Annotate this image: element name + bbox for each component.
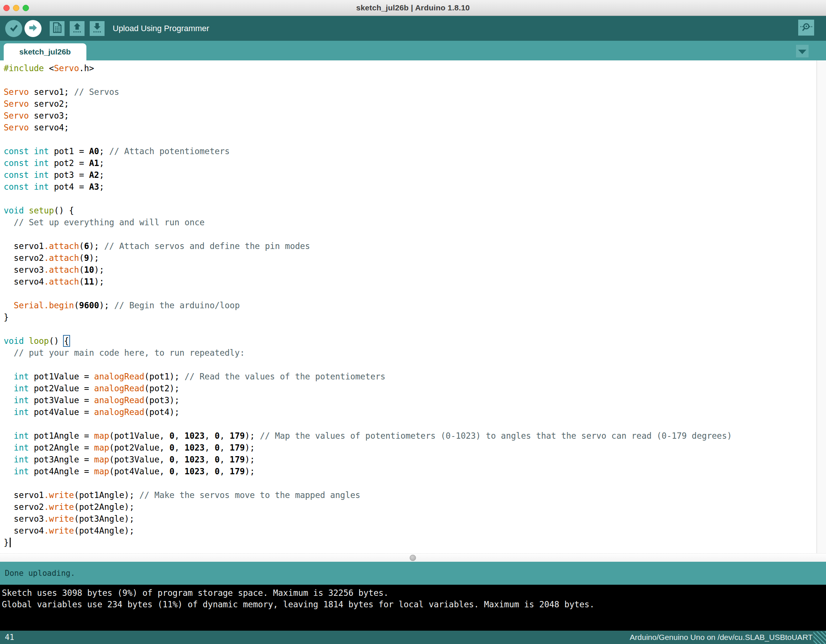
code-line: int pot4Value = analogRead(pot4); [4,406,826,418]
code-line: const int pot1 = A0; // Attach potentiom… [4,145,826,157]
verify-button[interactable] [5,20,22,37]
code-line: servo3.attach(10); [4,264,826,276]
new-sketch-button[interactable] [50,21,65,36]
code-line: } [4,537,826,548]
code-line: int pot2Value = analogRead(pot2); [4,382,826,394]
check-icon [8,22,20,35]
code-line [4,359,826,370]
code-line [4,74,826,86]
magnifier-icon [800,22,813,34]
minimize-button[interactable] [13,5,19,11]
tab-bar: sketch_jul26b [0,41,826,60]
code-line: servo1.attach(6); // Attach servos and d… [4,240,826,252]
arduino-ide-window: sketch_jul26b | Arduino 1.8.10 [0,0,826,644]
board-port-info: Arduino/Genuino Uno on /dev/cu.SLAB_USBt… [630,633,813,642]
code-line: // Set up everything and will run once [4,217,826,228]
code-line: // put your main code here, to run repea… [4,347,826,359]
close-button[interactable] [3,5,9,11]
toolbar-hint: Upload Using Programmer [113,24,209,33]
serial-monitor-button[interactable] [798,20,814,36]
arrow-up-icon [71,22,83,35]
vertical-scrollbar-track [817,60,826,553]
code-editor[interactable]: #include <Servo.h> Servo servo1; // Serv… [0,60,826,553]
code-line: int pot4Angle = map(pot4Value, 0, 1023, … [4,465,826,477]
line-number: 41 [5,633,14,642]
code-line: void setup() { [4,204,826,217]
toolbar: Upload Using Programmer [0,16,826,41]
console-output: Sketch uses 3098 bytes (9%) of program s… [0,585,826,631]
resize-grip[interactable] [814,632,826,644]
code-line: int pot3Angle = map(pot3Value, 0, 1023, … [4,454,826,465]
document-icon [52,22,62,35]
traffic-lights [3,0,29,15]
save-button[interactable] [90,21,104,36]
arrow-down-icon [92,22,103,35]
code-line: servo4.write(pot4Angle); [4,525,826,537]
code-line [4,323,826,335]
code-line: servo3.write(pot3Angle); [4,513,826,525]
code-line: Servo servo1; // Servos [4,86,826,98]
code-line: } [4,311,826,323]
tab-label: sketch_jul26b [19,47,71,56]
code-line: servo1.write(pot1Angle); // Make the ser… [4,489,826,501]
code-line: servo2.write(pot2Angle); [4,501,826,513]
open-button[interactable] [70,21,84,36]
code-line [4,133,826,145]
titlebar: sketch_jul26b | Arduino 1.8.10 [0,0,826,16]
code-line [4,418,826,430]
tab-list-button[interactable] [796,45,809,57]
code-line: const int pot3 = A2; [4,169,826,181]
scrollbar-thumb[interactable] [410,555,416,561]
code-line: int pot2Angle = map(pot2Value, 0, 1023, … [4,442,826,454]
code-line: servo4.attach(11); [4,276,826,288]
code-line: servo2.attach(9); [4,252,826,264]
code-line: void loop() { [4,335,826,347]
console-line: Sketch uses 3098 bytes (9%) of program s… [2,587,826,599]
code-line [4,193,826,204]
window-title: sketch_jul26b | Arduino 1.8.10 [356,3,470,12]
text-caret [9,538,11,547]
code-line [4,228,826,240]
code-line: Servo servo2; [4,98,826,110]
code-line: int pot1Angle = map(pot1Value, 0, 1023, … [4,430,826,442]
tab-sketch[interactable]: sketch_jul26b [4,43,86,60]
console-line: Global variables use 234 bytes (11%) of … [2,599,826,610]
code-line: const int pot2 = A1; [4,157,826,169]
arrow-right-icon [28,22,39,35]
code-lines: #include <Servo.h> Servo servo1; // Serv… [0,60,826,548]
zoom-button[interactable] [23,5,29,11]
code-line: Servo servo3; [4,110,826,122]
footer-bar: 41 Arduino/Genuino Uno on /dev/cu.SLAB_U… [0,631,826,644]
status-bar: Done uploading. [0,562,826,585]
code-line: #include <Servo.h> [4,62,826,74]
code-line: const int pot4 = A3; [4,181,826,193]
upload-button[interactable] [25,20,42,37]
horizontal-scrollbar [0,553,826,562]
code-line: Serial.begin(9600); // Begin the arduino… [4,299,826,311]
code-line [4,477,826,489]
code-line: int pot1Value = analogRead(pot1); // Rea… [4,370,826,382]
chevron-down-icon [798,50,806,54]
code-line: Servo servo4; [4,122,826,133]
code-line [4,288,826,299]
code-line: int pot3Value = analogRead(pot3); [4,394,826,406]
status-message: Done uploading. [5,569,75,578]
